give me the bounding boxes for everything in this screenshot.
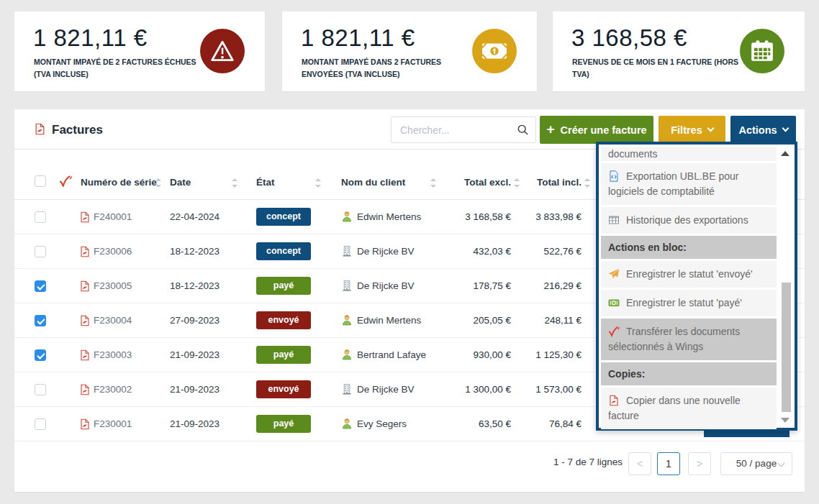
client-name[interactable]: Edwin Mertens bbox=[357, 315, 421, 326]
row-checkbox[interactable] bbox=[35, 211, 46, 223]
create-invoice-button[interactable]: + Créer une facture bbox=[540, 116, 653, 144]
pdf-icon[interactable] bbox=[79, 280, 91, 292]
invoice-date: 18-12-2023 bbox=[170, 246, 220, 257]
col-total-incl[interactable]: Total incl. bbox=[489, 177, 582, 188]
menu-item-export-history[interactable]: Historique des exportations bbox=[601, 207, 777, 234]
page-size-select[interactable]: 50 / page bbox=[720, 452, 792, 475]
card-label: REVENUS DE CE MOIS EN 1 FACTURE (HORS TV… bbox=[572, 56, 752, 81]
total-incl: 1 125,30 € bbox=[518, 349, 582, 360]
col-serial[interactable]: Numéro de série bbox=[81, 177, 157, 188]
col-state[interactable]: État bbox=[256, 177, 275, 188]
total-incl: 248,11 € bbox=[518, 315, 582, 326]
dropdown-scrollbar[interactable] bbox=[782, 283, 791, 412]
pdf-icon[interactable] bbox=[79, 384, 91, 395]
card-overdue: 1 821,11 € MONTANT IMPAYÉ DE 2 FACTURES … bbox=[14, 12, 265, 91]
row-checkbox[interactable] bbox=[35, 246, 46, 257]
menu-section-copies: Copies: bbox=[601, 362, 777, 385]
person-icon bbox=[341, 211, 353, 222]
banknote-icon bbox=[472, 29, 517, 73]
table-icon bbox=[608, 214, 620, 226]
invoice-serial[interactable]: F230002 bbox=[94, 384, 132, 395]
chevron-left-icon: < bbox=[637, 458, 643, 469]
client-name[interactable]: De Rijcke BV bbox=[357, 384, 415, 395]
status-badge: concept bbox=[256, 242, 311, 260]
scroll-down-icon[interactable] bbox=[781, 418, 789, 423]
total-excl: 178,75 € bbox=[425, 280, 511, 291]
sort-icon[interactable] bbox=[232, 178, 237, 188]
pdf-icon bbox=[34, 123, 46, 135]
search-icon[interactable] bbox=[517, 124, 529, 136]
person-icon bbox=[341, 314, 353, 326]
sort-icon[interactable] bbox=[315, 178, 321, 188]
card-amount: 1 821,11 € bbox=[33, 24, 148, 52]
scroll-up-icon[interactable] bbox=[781, 151, 789, 156]
select-all-checkbox[interactable] bbox=[35, 175, 46, 187]
person-icon bbox=[341, 418, 353, 429]
invoice-serial[interactable]: F240001 bbox=[94, 211, 132, 222]
invoice-serial[interactable]: F230006 bbox=[94, 246, 132, 257]
sort-icon[interactable] bbox=[584, 178, 590, 188]
chevron-right-icon: > bbox=[697, 458, 702, 469]
warning-icon bbox=[200, 29, 245, 73]
page-number-button[interactable]: 1 bbox=[657, 452, 680, 475]
client-name[interactable]: Edwin Mertens bbox=[357, 211, 421, 222]
pdf-icon[interactable] bbox=[79, 349, 91, 361]
invoice-serial[interactable]: F230003 bbox=[94, 349, 132, 360]
search-input[interactable] bbox=[391, 116, 536, 143]
col-client[interactable]: Nom du client bbox=[341, 177, 405, 188]
pdf-icon[interactable] bbox=[79, 246, 91, 257]
total-excl: 1 300,00 € bbox=[425, 384, 511, 395]
invoice-date: 27-09-2023 bbox=[170, 315, 220, 326]
invoice-date: 18-12-2023 bbox=[170, 280, 220, 291]
menu-item-transfer-wings[interactable]: Transférer les documents sélectionnés à … bbox=[601, 319, 777, 360]
menu-item-clipped[interactable]: documents bbox=[601, 147, 777, 161]
client-name[interactable]: Bertrand Lafaye bbox=[357, 349, 426, 360]
building-icon bbox=[341, 280, 353, 291]
total-excl: 432,03 € bbox=[425, 246, 511, 257]
pagination-range: 1 - 7 de 7 lignes bbox=[446, 457, 623, 467]
total-excl: 930,00 € bbox=[425, 349, 511, 360]
menu-item-export-ubl[interactable]: Exportation UBL.BE pour logiciels de com… bbox=[601, 163, 777, 205]
invoice-serial[interactable]: F230001 bbox=[94, 418, 132, 429]
invoice-serial[interactable]: F230004 bbox=[94, 315, 132, 326]
client-name[interactable]: De Rijcke BV bbox=[357, 280, 415, 291]
pdf-icon[interactable] bbox=[79, 418, 91, 430]
status-badge: envoyé bbox=[256, 311, 311, 329]
calendar-icon bbox=[740, 29, 784, 73]
total-incl: 1 573,00 € bbox=[518, 384, 582, 395]
banknote-icon bbox=[608, 297, 620, 308]
row-checkbox[interactable] bbox=[35, 349, 46, 361]
plus-icon: + bbox=[546, 122, 554, 137]
row-checkbox[interactable] bbox=[35, 280, 46, 292]
wings-icon bbox=[608, 326, 620, 337]
prev-page-button[interactable]: < bbox=[628, 452, 651, 475]
pdf-icon[interactable] bbox=[79, 211, 91, 223]
total-excl: 3 168,58 € bbox=[425, 211, 511, 222]
total-excl: 205,05 € bbox=[425, 315, 511, 326]
sort-icon[interactable] bbox=[155, 178, 161, 188]
row-checkbox[interactable] bbox=[35, 418, 46, 430]
wings-icon bbox=[59, 175, 72, 187]
menu-item-copy-invoice[interactable]: Copier dans une nouvelle facture bbox=[601, 388, 777, 429]
card-unpaid-sent: 1 821,11 € MONTANT IMPAYÉ DANS 2 FACTURE… bbox=[282, 12, 537, 91]
next-page-button[interactable]: > bbox=[688, 452, 711, 475]
chevron-down-icon bbox=[782, 125, 789, 132]
invoice-serial[interactable]: F230005 bbox=[94, 280, 132, 291]
menu-item-mark-paid[interactable]: Enregistrer le statut 'payé' bbox=[601, 290, 777, 316]
total-excl: 63,50 € bbox=[425, 418, 511, 429]
client-name[interactable]: De Rijcke BV bbox=[357, 246, 415, 257]
card-amount: 1 821,11 € bbox=[301, 24, 415, 52]
col-date[interactable]: Date bbox=[170, 177, 191, 188]
filters-button[interactable]: Filtres bbox=[659, 116, 725, 144]
menu-item-mark-sent[interactable]: Enregistrer le statut 'envoyé' bbox=[601, 261, 777, 288]
row-checkbox[interactable] bbox=[35, 384, 46, 395]
status-badge: payé bbox=[256, 277, 311, 295]
invoice-date: 21-09-2023 bbox=[170, 384, 220, 395]
client-name[interactable]: Evy Segers bbox=[357, 418, 407, 429]
actions-button[interactable]: Actions bbox=[730, 116, 796, 144]
row-checkbox[interactable] bbox=[35, 315, 46, 326]
card-amount: 3 168,58 € bbox=[571, 24, 687, 52]
actions-dropdown-menu: documents Exportation UBL.BE pour logici… bbox=[596, 142, 797, 431]
pdf-icon[interactable] bbox=[79, 315, 91, 326]
total-incl: 3 833,98 € bbox=[518, 211, 582, 222]
